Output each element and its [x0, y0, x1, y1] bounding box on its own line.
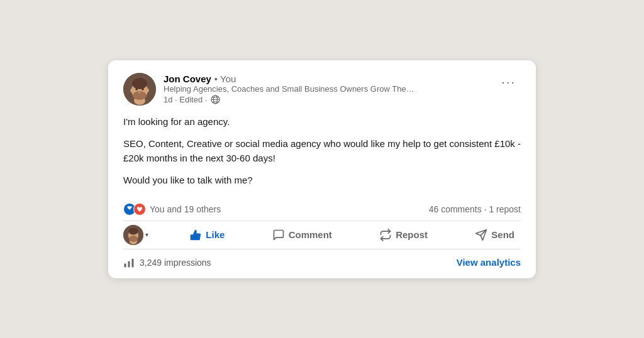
svg-rect-23 [128, 261, 130, 267]
comments-reposts-stats: 46 comments · 1 repost [429, 204, 521, 214]
post-timestamp: 1d · Edited · [164, 95, 207, 104]
avatar[interactable] [123, 73, 156, 106]
author-name: Jon Covey [164, 74, 211, 84]
post-line3: Would you like to talk with me? [123, 173, 521, 187]
svg-point-18 [129, 236, 138, 242]
impressions-section: 3,249 impressions [123, 257, 211, 268]
author-name-row: Jon Covey • You [164, 74, 415, 84]
post-meta: 1d · Edited · [164, 95, 415, 105]
post-line2: SEO, Content, Creative or social media a… [123, 136, 521, 166]
author-subtitle: Helping Agencies, Coaches and Small Busi… [164, 84, 415, 94]
heart-reaction-icon [133, 203, 146, 215]
post-header: Jon Covey • You Helping Agencies, Coache… [123, 73, 521, 106]
user-avatar-dropdown[interactable]: ▾ [123, 225, 148, 245]
impressions-text: 3,249 impressions [140, 258, 211, 268]
like-icon [189, 229, 202, 241]
svg-point-7 [130, 89, 133, 92]
view-analytics-button[interactable]: View analytics [457, 257, 521, 268]
svg-rect-24 [132, 259, 134, 268]
svg-point-6 [138, 91, 141, 92]
you-label: • You [214, 74, 236, 84]
repost-label: Repost [396, 229, 428, 240]
author-info: Jon Covey • You Helping Agencies, Coache… [123, 73, 415, 106]
reactions-left: You and 19 others [123, 203, 221, 215]
globe-icon [210, 95, 220, 105]
send-label: Send [491, 229, 514, 240]
post-body: I'm looking for an agency. SEO, Content,… [123, 114, 521, 188]
repost-icon [379, 229, 392, 241]
svg-point-19 [129, 227, 138, 234]
reactions-row: You and 19 others 46 comments · 1 repost [123, 198, 521, 221]
post-line1: I'm looking for an agency. [123, 114, 521, 129]
comment-button[interactable]: Comment [266, 224, 338, 246]
chevron-down-icon: ▾ [145, 231, 148, 238]
user-avatar-small [123, 225, 143, 245]
post-card: Jon Covey • You Helping Agencies, Coache… [108, 60, 536, 278]
more-options-button[interactable]: ··· [496, 73, 521, 90]
comment-label: Comment [289, 229, 332, 240]
actions-row: ▾ Like Comment Repost [123, 221, 521, 249]
reaction-emojis [123, 203, 146, 215]
author-details: Jon Covey • You Helping Agencies, Coache… [164, 74, 415, 105]
send-icon [475, 229, 487, 241]
comment-icon [272, 229, 285, 241]
reactions-text: You and 19 others [150, 204, 221, 214]
like-button[interactable]: Like [183, 224, 231, 246]
send-button[interactable]: Send [469, 224, 521, 246]
analytics-row: 3,249 impressions View analytics [123, 249, 521, 278]
like-label: Like [206, 229, 225, 240]
reactions-right: 46 comments · 1 repost [429, 204, 521, 214]
svg-point-9 [132, 78, 147, 89]
analytics-icon [123, 257, 135, 268]
svg-rect-22 [125, 263, 126, 267]
repost-button[interactable]: Repost [373, 224, 434, 246]
svg-point-8 [146, 89, 148, 92]
